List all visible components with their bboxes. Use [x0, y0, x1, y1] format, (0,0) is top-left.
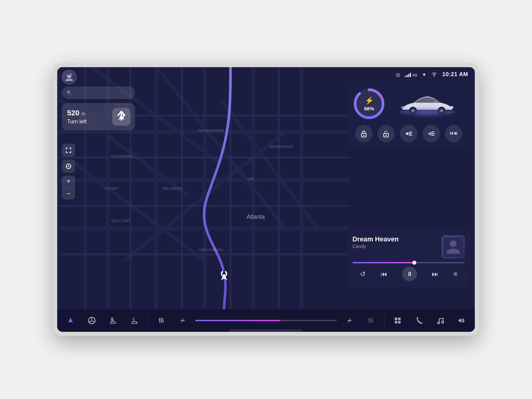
svg-point-40 — [70, 73, 72, 74]
status-bar: ◎ 4G ✦ 10:21 AM — [57, 67, 475, 82]
music-title: Dream Heaven — [352, 235, 438, 243]
repeat-button[interactable]: ↺ — [360, 270, 366, 278]
location-button[interactable] — [62, 160, 75, 173]
zoom-in-button[interactable]: + — [62, 176, 75, 188]
zoom-controls: + − — [62, 176, 75, 200]
wifi-icon — [431, 71, 438, 78]
svg-text:BROOKWOOD: BROOKWOOD — [269, 145, 294, 149]
svg-point-42 — [68, 166, 69, 167]
battery-indicator: ⚡ 88% — [352, 87, 386, 120]
music-button[interactable] — [430, 312, 450, 329]
heat-left-button[interactable] — [151, 312, 171, 329]
svg-text:STRAPP: STRAPP — [105, 187, 119, 191]
battery-inner: ⚡ 88% — [352, 87, 386, 120]
svg-text:VINE: VINE — [247, 177, 255, 181]
apps-button[interactable] — [388, 312, 408, 329]
divider-1 — [148, 314, 148, 327]
nav-info: 520 m Turn left — [67, 109, 112, 125]
car-image — [390, 89, 465, 119]
svg-point-79 — [182, 320, 184, 322]
mic-bar — [229, 329, 303, 332]
progress-bar[interactable] — [352, 262, 465, 263]
svg-text:Georgia Institute: Georgia Institute — [198, 128, 224, 132]
svg-text:BELLWOOD: BELLWOOD — [163, 187, 183, 191]
svg-rect-83 — [395, 321, 397, 324]
lock-button[interactable] — [355, 125, 372, 142]
svg-text:JOELCHANGO: JOELCHANGO — [198, 248, 222, 252]
divider-2 — [384, 314, 384, 327]
avatar-image — [63, 70, 76, 84]
music-artist: Candy — [352, 244, 438, 249]
music-thumbnail — [442, 235, 465, 259]
user-avatar[interactable] — [62, 70, 76, 84]
svg-rect-84 — [398, 321, 401, 324]
foglights-button[interactable] — [423, 125, 440, 142]
nav-distance: 520 m — [67, 109, 112, 117]
svg-point-73 — [450, 240, 457, 247]
car-panel: ⚡ 88% — [347, 82, 470, 148]
progress-fill — [352, 262, 414, 263]
svg-point-85 — [438, 322, 440, 324]
car-controls — [352, 125, 465, 142]
bluetooth-icon: ✦ — [422, 71, 426, 78]
music-panel: Dream Heaven Candy — [347, 230, 470, 287]
svg-point-75 — [91, 320, 93, 322]
search-icon: 🔍 — [66, 90, 72, 95]
screen: Atlanta Hills Park CENTENNIAL STRAPP WES… — [57, 67, 475, 332]
music-info: Dream Heaven Candy — [352, 235, 438, 249]
climate-fill — [195, 320, 280, 321]
map-area: Atlanta Hills Park CENTENNIAL STRAPP WES… — [57, 67, 475, 309]
camera-icon: ◎ — [396, 71, 400, 78]
hazards-button[interactable] — [445, 125, 462, 142]
climate-track[interactable] — [195, 320, 337, 321]
svg-rect-81 — [395, 318, 397, 320]
svg-rect-82 — [398, 318, 401, 320]
steering-button[interactable] — [82, 312, 102, 329]
heat-right-button[interactable] — [361, 312, 381, 329]
phone-button[interactable] — [409, 312, 429, 329]
bolt-icon: ⚡ — [365, 96, 374, 105]
time-display: 10:21 AM — [442, 71, 468, 78]
search-bar[interactable]: 🔍 — [62, 86, 135, 99]
volume-button[interactable] — [452, 312, 471, 329]
svg-point-86 — [442, 321, 444, 323]
progress-dot — [412, 261, 416, 265]
svg-text:CENTENNIAL: CENTENNIAL — [111, 154, 134, 158]
device-frame: Atlanta Hills Park CENTENNIAL STRAPP WES… — [53, 63, 479, 336]
nav-button[interactable] — [61, 312, 80, 329]
svg-point-62 — [385, 135, 387, 136]
music-controls: ↺ ⏮ ⏸ ⏭ ≡ — [352, 267, 465, 281]
svg-line-65 — [409, 135, 412, 136]
battery-percent: 88% — [364, 106, 374, 111]
play-pause-button[interactable]: ⏸ — [402, 267, 417, 281]
signal-label: 4G — [412, 73, 417, 77]
svg-text:Atlanta: Atlanta — [247, 213, 265, 220]
unlock-button[interactable] — [377, 125, 395, 142]
seat-heat-left-button[interactable] — [103, 312, 123, 329]
queue-button[interactable]: ≡ — [454, 270, 458, 278]
svg-point-60 — [363, 135, 364, 136]
navigation-card: 520 m Turn left — [62, 103, 135, 130]
seat-heat-right-button[interactable] — [124, 312, 144, 329]
headlights-button[interactable] — [400, 125, 417, 142]
bottom-bar — [57, 309, 475, 332]
nav-arrow — [112, 108, 130, 126]
nav-direction: Turn left — [67, 119, 112, 125]
signal-icon: 4G — [405, 72, 417, 77]
fan-right-button[interactable] — [339, 312, 359, 329]
svg-line-63 — [409, 132, 412, 133]
car-panel-top: ⚡ 88% — [352, 87, 465, 120]
fan-left-button[interactable] — [173, 312, 193, 329]
map-controls: + − — [62, 144, 75, 200]
music-top: Dream Heaven Candy — [352, 235, 465, 259]
prev-button[interactable]: ⏮ — [381, 270, 387, 278]
climate-slider[interactable] — [194, 320, 338, 321]
svg-point-80 — [349, 320, 350, 322]
right-nav — [388, 312, 471, 329]
next-button[interactable]: ⏭ — [432, 270, 439, 278]
expand-button[interactable] — [62, 144, 75, 157]
svg-text:WEST END: WEST END — [111, 219, 130, 223]
zoom-out-button[interactable]: − — [62, 188, 75, 200]
